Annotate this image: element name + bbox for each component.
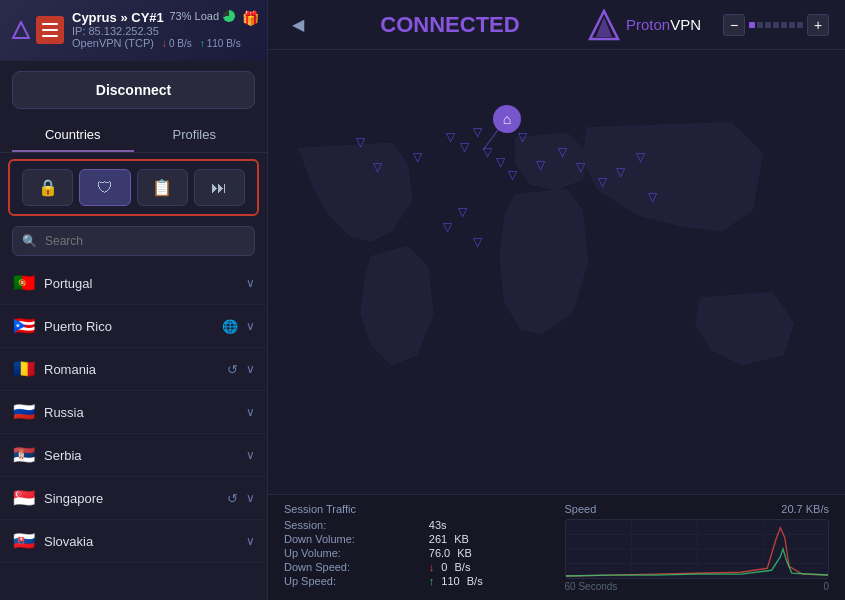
list-item[interactable]: 🇸🇰 Slovakia ∨ xyxy=(0,520,267,563)
disconnect-button[interactable]: Disconnect xyxy=(12,71,255,109)
proton-logo-icon xyxy=(588,9,620,41)
protocol-label: OpenVPN (TCP) xyxy=(72,37,154,49)
server-ip: IP: 85.132.252.35 xyxy=(72,25,255,37)
country-name: Portugal xyxy=(44,276,238,291)
filter-stream[interactable]: ⏭ xyxy=(194,169,245,206)
zoom-in-button[interactable]: + xyxy=(807,14,829,36)
tabs-row: Countries Profiles xyxy=(0,119,267,153)
list-item[interactable]: 🇷🇴 Romania ↺ ∨ xyxy=(0,348,267,391)
zoom-dot xyxy=(773,22,779,28)
refresh2-icon: ↺ xyxy=(227,491,238,506)
up-speed-label: Up Speed: xyxy=(284,575,421,587)
vpn-node: ▽ xyxy=(576,160,585,174)
flag-icon: 🇷🇺 xyxy=(12,401,36,423)
flag-icon: 🇵🇷 xyxy=(12,315,36,337)
country-name: Serbia xyxy=(44,448,238,463)
stats-bar: Session Traffic Session: 43s Down Volume… xyxy=(268,494,845,600)
proton-vpn-logo: ProtonVPN − + xyxy=(588,9,829,41)
search-input[interactable] xyxy=(12,226,255,256)
zoom-dot xyxy=(797,22,803,28)
down-speed-value: ↓ 0 B/s xyxy=(429,561,549,573)
p2p-icon: 🌐 xyxy=(222,319,238,334)
down-volume-value: 261 KB xyxy=(429,533,549,545)
list-item[interactable]: 🇷🇸 Serbia ∨ xyxy=(0,434,267,477)
country-name: Singapore xyxy=(44,491,219,506)
chevron-icon: ∨ xyxy=(246,276,255,290)
menu-icon-area xyxy=(12,16,64,44)
up-volume-label: Up Volume: xyxy=(284,547,421,559)
session-label: Session: xyxy=(284,519,421,531)
vpn-node: ▽ xyxy=(483,145,492,159)
down-arrow-icon: ↓ xyxy=(162,38,167,49)
flag-icon: 🇷🇴 xyxy=(12,358,36,380)
vpn-node: ▽ xyxy=(356,135,365,149)
filter-shield[interactable]: 🛡 xyxy=(79,169,130,206)
list-item[interactable]: 🇸🇬 Singapore ↺ ∨ xyxy=(0,477,267,520)
vpn-node: ▽ xyxy=(473,125,482,139)
time-end-label: 0 xyxy=(823,581,829,592)
session-traffic-section: Session Traffic Session: 43s Down Volume… xyxy=(284,503,549,592)
zoom-dot xyxy=(781,22,787,28)
speed-value: 20.7 KB/s xyxy=(781,503,829,515)
vpn-node: ▽ xyxy=(598,175,607,189)
proton-brand-text: ProtonVPN xyxy=(626,16,701,33)
sidebar: Cyprus » CY#1 IP: 85.132.252.35 OpenVPN … xyxy=(0,0,268,600)
top-bar: ◀ CONNECTED ProtonVPN − xyxy=(268,0,845,50)
up-speed-value: ↑ 110 B/s xyxy=(429,575,549,587)
up-arrow-icon: ↑ xyxy=(200,38,205,49)
vpn-node: ▽ xyxy=(636,150,645,164)
filter-tor[interactable]: 📋 xyxy=(137,169,188,206)
search-icon: 🔍 xyxy=(22,234,37,248)
filter-secure[interactable]: 🔒 xyxy=(22,169,73,206)
up-volume-value: 76.0 KB xyxy=(429,547,549,559)
flag-icon: 🇵🇹 xyxy=(12,272,36,294)
time-start-label: 60 Seconds xyxy=(565,581,618,592)
stats-grid: Session: 43s Down Volume: 261 KB Up Volu… xyxy=(284,519,549,587)
graph-svg xyxy=(566,520,829,578)
flag-icon: 🇷🇸 xyxy=(12,444,36,466)
chevron-icon: ∨ xyxy=(246,491,255,505)
session-value: 43s xyxy=(429,519,549,531)
list-item[interactable]: 🇵🇹 Portugal ∨ xyxy=(0,262,267,305)
main-area: ◀ CONNECTED ProtonVPN − xyxy=(268,0,845,600)
down-speed-label: Down Speed: xyxy=(284,561,421,573)
down-speed: ↓ 0 B/s xyxy=(162,38,192,49)
chevron-icon: ∨ xyxy=(246,405,255,419)
up-arrow: ↑ xyxy=(429,575,435,587)
gift-button[interactable]: 🎁 xyxy=(242,10,259,26)
server-info-panel: Cyprus » CY#1 IP: 85.132.252.35 OpenVPN … xyxy=(0,0,267,61)
zoom-dot xyxy=(757,22,763,28)
world-map[interactable]: ▽ ▽ ▽ ▽ ▽ ▽ ▽ ▽ ▽ ▽ ▽ ▽ ▽ ▽ ▽ ▽ ▽ ▽ ▽ ▽ … xyxy=(268,50,845,494)
zoom-controls: − + xyxy=(723,14,829,36)
vpn-node: ▽ xyxy=(616,165,625,179)
zoom-out-button[interactable]: − xyxy=(723,14,745,36)
chevron-icon: ∨ xyxy=(246,448,255,462)
chevron-icon: ∨ xyxy=(246,319,255,333)
up-speed: ↑ 110 B/s xyxy=(200,38,241,49)
zoom-dot xyxy=(789,22,795,28)
filter-row: 🔒 🛡 📋 ⏭ xyxy=(8,159,259,216)
session-traffic-title: Session Traffic xyxy=(284,503,549,515)
hamburger-button[interactable] xyxy=(36,16,64,44)
vpn-node: ▽ xyxy=(536,158,545,172)
vpn-node: ▽ xyxy=(473,235,482,249)
vpn-node: ▽ xyxy=(460,140,469,154)
load-badge: 73% Load xyxy=(169,10,235,22)
list-item[interactable]: 🇵🇷 Puerto Rico 🌐 ∨ xyxy=(0,305,267,348)
vpn-node: ▽ xyxy=(373,160,382,174)
vpn-node: ▽ xyxy=(443,220,452,234)
list-item[interactable]: 🇷🇺 Russia ∨ xyxy=(0,391,267,434)
country-name: Slovakia xyxy=(44,534,238,549)
chevron-icon: ∨ xyxy=(246,534,255,548)
tab-countries[interactable]: Countries xyxy=(12,119,134,152)
connected-status: CONNECTED xyxy=(312,12,588,38)
country-name: Romania xyxy=(44,362,219,377)
vpn-node: ▽ xyxy=(558,145,567,159)
collapse-button[interactable]: ◀ xyxy=(284,11,312,38)
flag-icon: 🇸🇰 xyxy=(12,530,36,552)
vpn-node: ▽ xyxy=(648,190,657,204)
country-name: Puerto Rico xyxy=(44,319,214,334)
zoom-dot xyxy=(765,22,771,28)
down-arrow: ↓ xyxy=(429,561,435,573)
tab-profiles[interactable]: Profiles xyxy=(134,119,256,152)
